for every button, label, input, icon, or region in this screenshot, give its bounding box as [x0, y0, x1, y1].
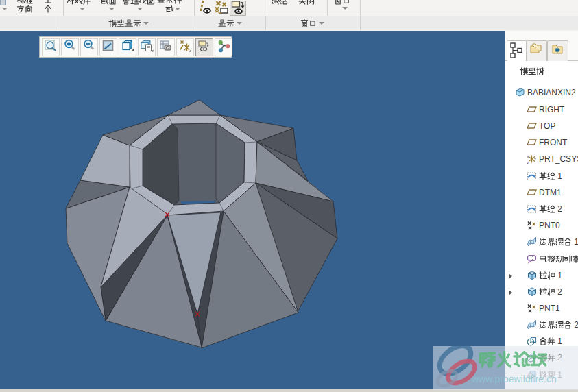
svg-text:x: x — [534, 157, 536, 161]
svg-text:y: y — [527, 154, 529, 158]
svg-text:z: z — [527, 160, 529, 164]
